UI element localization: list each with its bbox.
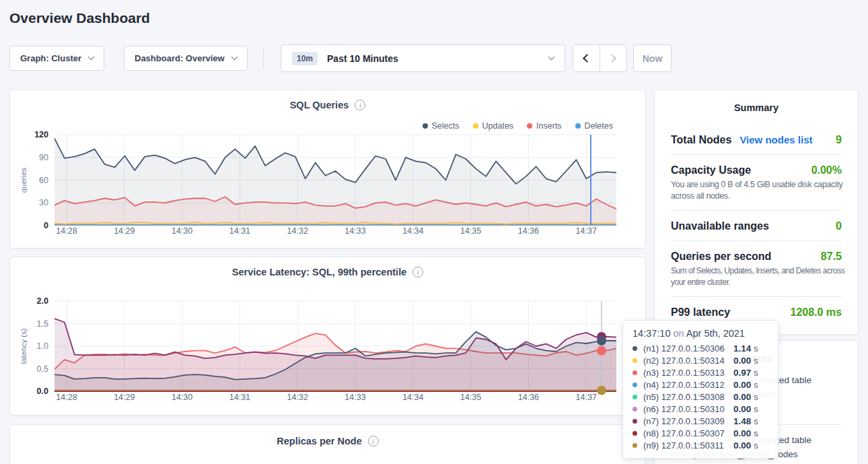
summary-row-unavailable: Unavailable ranges 0 bbox=[671, 220, 842, 232]
node-color-dot bbox=[632, 358, 637, 363]
summary-label: Total Nodes bbox=[671, 134, 731, 146]
summary-value: 1208.0 ms bbox=[790, 306, 842, 319]
service-latency-panel: Service Latency: SQL, 99th percentile i … bbox=[9, 257, 646, 416]
chevron-right-icon bbox=[608, 54, 616, 63]
tooltip-row: (n8) 127.0.0.1:50307 0.00 s bbox=[632, 427, 768, 439]
tooltip-node-value: 0.00 s bbox=[733, 428, 768, 438]
view-nodes-list-link[interactable]: View nodes list bbox=[739, 134, 812, 145]
sql-queries-panel: SQL Queries i SelectsUpdatesInsertsDelet… bbox=[9, 90, 646, 248]
svg-text:14:37: 14:37 bbox=[576, 393, 597, 402]
dashboard-dropdown[interactable]: Dashboard: Overview bbox=[124, 46, 248, 71]
tooltip-row: (n5) 127.0.0.1:50308 0.00 s bbox=[632, 391, 768, 403]
svg-text:14:33: 14:33 bbox=[345, 393, 365, 402]
svg-text:0: 0 bbox=[44, 221, 48, 230]
tooltip-row: (n7) 127.0.0.1:50309 1.48 s bbox=[632, 415, 768, 427]
tooltip-node-label: (n7) 127.0.0.1:50309 bbox=[643, 416, 725, 426]
tooltip-node-value: 0.00 s bbox=[733, 440, 768, 451]
svg-text:14:34: 14:34 bbox=[402, 226, 423, 236]
svg-text:14:35: 14:35 bbox=[460, 226, 481, 236]
svg-text:0.0: 0.0 bbox=[37, 387, 48, 396]
prev-range-button[interactable] bbox=[573, 45, 600, 71]
svg-text:14:30: 14:30 bbox=[172, 393, 192, 402]
summary-label: Capacity Usage bbox=[671, 164, 751, 176]
tooltip-row: (n1) 127.0.0.1:50306 1.14 s bbox=[632, 342, 768, 354]
summary-label: Unavailable ranges bbox=[671, 220, 769, 232]
node-color-dot bbox=[632, 383, 637, 387]
tooltip-node-value: 0.00 s bbox=[733, 392, 768, 402]
summary-desc: You are using 0 B of 4.5 GiB usable disk… bbox=[671, 179, 848, 202]
now-button[interactable]: Now bbox=[633, 44, 672, 72]
svg-text:14:31: 14:31 bbox=[229, 393, 250, 402]
dashboard-dropdown-label: Dashboard: Overview bbox=[135, 53, 225, 63]
svg-text:120: 120 bbox=[34, 130, 48, 139]
svg-text:14:36: 14:36 bbox=[518, 226, 539, 236]
svg-text:60: 60 bbox=[39, 176, 48, 185]
time-shift-buttons bbox=[573, 44, 627, 72]
svg-text:queries: queries bbox=[20, 167, 28, 193]
chart-title-text: Replicas per Node bbox=[277, 436, 362, 446]
svg-text:14:28: 14:28 bbox=[56, 226, 77, 236]
range-label: Past 10 Minutes bbox=[327, 53, 398, 64]
replicas-panel: Replicas per Node i bbox=[9, 424, 646, 464]
tooltip-node-value: 0.00 s bbox=[733, 356, 768, 366]
svg-text:14:36: 14:36 bbox=[518, 393, 539, 402]
node-color-dot bbox=[632, 395, 637, 399]
sql-queries-chart[interactable]: 14:2814:2914:3014:3114:3214:3314:3414:35… bbox=[10, 90, 645, 248]
tooltip-row: (n3) 127.0.0.1:50313 0.97 s bbox=[632, 366, 768, 378]
tooltip-row: (n2) 127.0.0.1:50314 0.00 s bbox=[632, 354, 768, 366]
svg-text:14:33: 14:33 bbox=[345, 226, 365, 236]
page-title: Overview Dashboard bbox=[9, 10, 150, 26]
summary-title: Summary bbox=[655, 90, 858, 113]
summary-row-capacity: Capacity Usage 0.00% bbox=[671, 164, 842, 176]
tooltip-node-value: 1.14 s bbox=[733, 343, 768, 354]
tooltip-node-value: 0.00 s bbox=[733, 404, 768, 414]
time-range-picker[interactable]: 10m Past 10 Minutes bbox=[281, 44, 565, 72]
tooltip-row: (n4) 127.0.0.1:50312 0.00 s bbox=[632, 378, 768, 391]
svg-text:latency (s): latency (s) bbox=[20, 328, 28, 364]
tooltip-node-label: (n1) 127.0.0.1:50306 bbox=[643, 343, 725, 354]
svg-text:14:34: 14:34 bbox=[402, 393, 423, 402]
tooltip-node-label: (n4) 127.0.0.1:50312 bbox=[643, 380, 725, 390]
svg-text:0.5: 0.5 bbox=[37, 364, 48, 374]
summary-label: P99 latency bbox=[671, 306, 730, 319]
svg-text:1.5: 1.5 bbox=[37, 319, 48, 329]
node-color-dot bbox=[632, 431, 637, 436]
divider bbox=[671, 240, 842, 241]
svg-text:14:31: 14:31 bbox=[229, 226, 250, 236]
tooltip-node-label: (n2) 127.0.0.1:50314 bbox=[643, 356, 725, 366]
tooltip-node-label: (n9) 127.0.0.1:50311 bbox=[643, 440, 724, 451]
summary-panel: Summary Total Nodes View nodes list 9 Ca… bbox=[654, 90, 859, 335]
svg-text:14:30: 14:30 bbox=[172, 226, 192, 236]
tooltip-timestamp: 14:37:10 on Apr 5th, 2021 bbox=[632, 328, 768, 339]
chevron-down-icon bbox=[231, 54, 238, 61]
svg-text:2.0: 2.0 bbox=[37, 296, 48, 306]
chevron-down-icon bbox=[88, 54, 95, 61]
tooltip-node-label: (n6) 127.0.0.1:50310 bbox=[643, 404, 725, 414]
node-color-dot bbox=[632, 407, 637, 411]
next-range-button[interactable] bbox=[600, 45, 627, 71]
divider bbox=[671, 210, 842, 211]
chevron-down-icon bbox=[548, 54, 555, 61]
svg-text:14:28: 14:28 bbox=[56, 393, 77, 402]
divider bbox=[671, 296, 842, 297]
replicas-title: Replicas per Node i bbox=[10, 436, 645, 446]
node-color-dot bbox=[632, 370, 637, 375]
graph-dropdown[interactable]: Graph: Cluster bbox=[9, 46, 104, 71]
svg-text:1.0: 1.0 bbox=[37, 341, 48, 351]
svg-text:14:32: 14:32 bbox=[287, 393, 308, 402]
node-color-dot bbox=[632, 419, 637, 424]
summary-row-p99: P99 latency 1208.0 ms bbox=[671, 306, 842, 319]
tooltip-node-label: (n3) 127.0.0.1:50313 bbox=[643, 368, 725, 378]
info-icon[interactable]: i bbox=[368, 436, 379, 446]
node-color-dot bbox=[632, 346, 637, 351]
summary-label: Queries per second bbox=[671, 251, 771, 263]
tooltip-node-label: (n5) 127.0.0.1:50308 bbox=[643, 392, 725, 402]
tooltip-node-value: 0.00 s bbox=[733, 380, 768, 390]
service-latency-chart[interactable]: 14:2814:2914:3014:3114:3214:3314:3414:35… bbox=[10, 257, 645, 415]
summary-value: 0.00% bbox=[811, 164, 842, 176]
tooltip-row: (n9) 127.0.0.1:50311 0.00 s bbox=[632, 439, 768, 451]
summary-row-total-nodes: Total Nodes View nodes list 9 bbox=[671, 134, 842, 146]
range-badge: 10m bbox=[292, 52, 318, 65]
svg-text:14:32: 14:32 bbox=[287, 226, 308, 236]
summary-value: 87.5 bbox=[821, 251, 842, 263]
